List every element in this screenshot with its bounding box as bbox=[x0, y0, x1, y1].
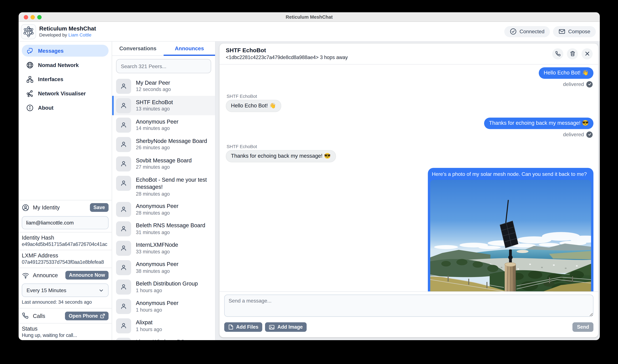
calls-label: Calls bbox=[33, 312, 45, 319]
list-item[interactable]: InternLXMFNode 33 minutes ago bbox=[112, 239, 215, 258]
chat-peer-name: SHTF EchoBot bbox=[226, 47, 348, 54]
app-subtitle: Developed by Liam Cottle bbox=[39, 32, 96, 38]
add-image-label: Add Image bbox=[277, 324, 303, 330]
peer-name: Anonymous Peer bbox=[136, 260, 178, 268]
peer-name: Alixpat bbox=[136, 318, 162, 326]
message-bubble: Thanks for echoing back my message! 😎 bbox=[226, 150, 336, 162]
envelope-icon bbox=[559, 28, 565, 35]
app-title: Reticulum MeshChat bbox=[39, 25, 96, 32]
peer-name: Sovbit Message Board bbox=[136, 156, 192, 164]
window-title: Reticulum MeshChat bbox=[19, 12, 600, 22]
close-icon bbox=[585, 51, 590, 56]
peer-name: Beleth Distribution Group bbox=[136, 280, 198, 288]
add-files-button[interactable]: Add Files bbox=[224, 322, 263, 332]
chat-card: SHTF EchoBot <1dbc2281c4223c7a479de8cd8a… bbox=[219, 44, 598, 338]
list-item[interactable]: SherbyNode Message Board 26 minutes ago bbox=[112, 135, 215, 154]
list-item[interactable]: Anonymous Peer 38 minutes ago bbox=[112, 258, 215, 278]
compose-button[interactable]: Compose bbox=[553, 26, 596, 37]
delete-conversation-button[interactable] bbox=[567, 48, 578, 59]
list-item[interactable]: SHTF EchoBot 13 minutes ago bbox=[112, 96, 215, 115]
message-bubble: Thanks for echoing back my message! 😎 bbox=[484, 117, 593, 129]
send-button[interactable]: Send bbox=[573, 322, 593, 332]
delivered-check-icon bbox=[586, 131, 593, 138]
info-icon bbox=[26, 104, 34, 111]
save-button[interactable]: Save bbox=[90, 203, 109, 212]
list-item[interactable]: Alixpat 1 hours ago bbox=[112, 316, 215, 336]
call-peer-button[interactable] bbox=[552, 48, 563, 59]
announce-interval-select[interactable]: Every 15 Minutes bbox=[22, 284, 109, 297]
chevron-down-icon bbox=[99, 288, 104, 293]
lxmf-address-block: LXMF Address 07a4912375337d7543f0aa1e8bf… bbox=[19, 250, 112, 268]
add-files-label: Add Files bbox=[236, 324, 258, 330]
my-identity-label: My Identity bbox=[33, 204, 60, 211]
peer-search-input[interactable] bbox=[116, 59, 211, 73]
phone-icon bbox=[22, 312, 29, 320]
connected-status-button[interactable]: Connected bbox=[505, 26, 550, 37]
sidebar-item-messages[interactable]: Messages bbox=[22, 45, 109, 57]
peer-time: 33 minutes ago bbox=[136, 249, 178, 255]
list-item[interactable]: EchoBot - Send me your test messages! 28… bbox=[112, 173, 215, 200]
list-item[interactable]: My Dear Peer 12 seconds ago bbox=[112, 76, 215, 96]
network-visualiser-icon bbox=[26, 90, 34, 97]
close-conversation-button[interactable] bbox=[581, 48, 592, 59]
avatar bbox=[116, 299, 131, 314]
connected-label: Connected bbox=[519, 28, 544, 35]
mesh-graph-icon bbox=[23, 26, 34, 37]
compose-label: Compose bbox=[568, 28, 590, 35]
peer-name: InternLXMFNode bbox=[136, 241, 178, 249]
peer-time: 28 minutes ago bbox=[136, 210, 178, 217]
peer-time: 31 minutes ago bbox=[136, 229, 205, 236]
announce-now-button[interactable]: Announce Now bbox=[66, 271, 109, 280]
screen: Reticulum MeshChat Retic bbox=[0, 0, 618, 364]
avatar bbox=[116, 117, 131, 132]
chat-area: SHTF EchoBot <1dbc2281c4223c7a479de8cd8a… bbox=[215, 41, 600, 340]
display-name-input[interactable] bbox=[22, 216, 109, 229]
delivery-status: delivered bbox=[226, 131, 592, 138]
message-outgoing-image: Here's a photo of my solar mesh node. Ca… bbox=[226, 168, 593, 291]
peer-name: SHTF EchoBot bbox=[136, 98, 173, 106]
app-window: Reticulum MeshChat Retic bbox=[19, 12, 600, 340]
wifi-icon bbox=[22, 271, 29, 279]
attached-photo[interactable] bbox=[430, 180, 591, 291]
developer-link[interactable]: Liam Cottle bbox=[68, 33, 91, 37]
message-input[interactable] bbox=[224, 295, 593, 317]
list-item[interactable]: Anonymous Peer 28 minutes ago bbox=[112, 200, 215, 219]
message-sender: SHTF EchoBot bbox=[226, 144, 593, 149]
message-outgoing: Thanks for echoing back my message! 😎 bbox=[226, 117, 593, 129]
avatar bbox=[116, 318, 131, 334]
add-image-button[interactable]: Add Image bbox=[265, 322, 307, 332]
tab-announces[interactable]: Announces bbox=[164, 41, 215, 55]
list-item[interactable]: Anonymous Peer 14 minutes ago bbox=[112, 115, 215, 135]
avatar bbox=[116, 137, 131, 152]
peer-name: SherbyNode Message Board bbox=[136, 137, 207, 145]
messages-icon bbox=[26, 47, 34, 54]
list-item[interactable]: Anonymous Peer 1 hours ago bbox=[112, 297, 215, 316]
avatar bbox=[116, 98, 131, 113]
peer-time: 1 hours ago bbox=[136, 287, 198, 294]
peer-time: 28 minutes ago bbox=[136, 191, 211, 197]
sidebar-item-about[interactable]: About bbox=[22, 102, 109, 114]
avatar bbox=[116, 241, 131, 256]
message-list: Hello Echo Bot! 👋 delivered SHTF EchoBot… bbox=[219, 65, 598, 291]
app-logo bbox=[21, 24, 36, 39]
peers-tabs: Conversations Announces bbox=[112, 41, 215, 56]
peer-name: Anonymous Peer bbox=[136, 299, 178, 307]
sidebar-item-nomad-network[interactable]: Nomad Network bbox=[22, 59, 109, 71]
tab-conversations[interactable]: Conversations bbox=[112, 41, 164, 55]
delivery-status: delivered bbox=[226, 81, 592, 87]
identity-section: My Identity Save Identity Hash e49ac4d5b… bbox=[19, 200, 112, 340]
image-caption: Here's a photo of my solar mesh node. Ca… bbox=[430, 170, 591, 180]
sidebar-nav: Messages Nomad Network Interfaces Networ… bbox=[19, 41, 112, 119]
sidebar-item-label: Messages bbox=[38, 48, 64, 54]
delivered-check-icon bbox=[586, 81, 593, 87]
list-item[interactable]: Beleth RNS Message Board 31 minutes ago bbox=[112, 219, 215, 239]
sidebar-item-interfaces[interactable]: Interfaces bbox=[22, 73, 109, 85]
list-item[interactable]: Beleth Distribution Group 1 hours ago bbox=[112, 277, 215, 297]
sidebar-item-network-visualiser[interactable]: Network Visualiser bbox=[22, 87, 109, 99]
call-status-block: Status Hung up, waiting for call... bbox=[19, 324, 112, 340]
list-item[interactable]: Liam - Windows PC bbox=[112, 336, 215, 340]
phone-icon bbox=[555, 51, 561, 57]
list-item[interactable]: Sovbit Message Board 27 minutes ago bbox=[112, 154, 215, 174]
sidebar-item-label: Network Visualiser bbox=[38, 91, 86, 96]
open-phone-button[interactable]: Open Phone bbox=[65, 312, 109, 320]
